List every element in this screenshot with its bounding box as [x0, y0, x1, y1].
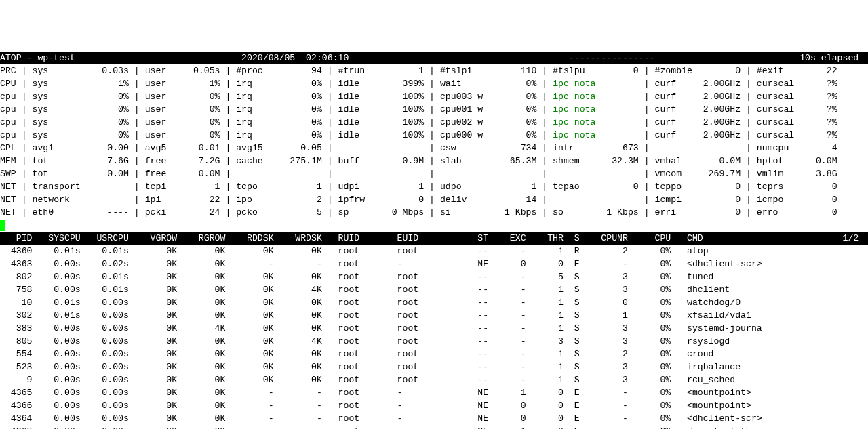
proc-row: 4368 0.00s 0.00s 0K 0K - - root - NE 1 0…	[0, 425, 868, 429]
cursor-line	[0, 219, 868, 232]
sys-row-CPU: CPU | sys 1% | user 1% | irq 0% | idle 3…	[0, 77, 868, 90]
proc-row: 4366 0.00s 0.00s 0K 0K - - root - NE 0 0…	[0, 399, 868, 412]
sys-row-SWP: SWP | tot 0.0M | free 0.0M | | | | | vmc…	[0, 167, 868, 180]
sys-row-NET: NET | transport | tcpi 1 | tcpo 1 | udpi…	[0, 180, 868, 193]
proc-row: 383 0.00s 0.00s 0K 4K 0K 0K root root --…	[0, 322, 868, 335]
proc-row: 302 0.01s 0.00s 0K 0K 0K 0K root root --…	[0, 309, 868, 322]
sys-row-PRC: PRC | sys 0.03s | user 0.05s | #proc 94 …	[0, 64, 868, 77]
cursor	[0, 220, 5, 231]
proc-header: PID SYSCPU USRCPU VGROW RGROW RDDSK WRDS…	[0, 232, 868, 245]
proc-row: 4360 0.01s 0.01s 0K 0K 0K 0K root root -…	[0, 245, 868, 258]
proc-row: 10 0.01s 0.00s 0K 0K 0K 0K root root -- …	[0, 296, 868, 309]
proc-row: 4363 0.00s 0.02s 0K 0K - - root - NE 0 0…	[0, 258, 868, 270]
sys-row-NET: NET | eth0 ---- | pcki 24 | pcko 5 | sp …	[0, 206, 868, 219]
proc-row: 805 0.00s 0.00s 0K 0K 0K 4K root root --…	[0, 335, 868, 348]
proc-row: 4365 0.00s 0.00s 0K 0K - - root - NE 1 0…	[0, 386, 868, 399]
proc-row: 9 0.00s 0.00s 0K 0K 0K 0K root root -- -…	[0, 373, 868, 386]
sys-row-cpu: cpu | sys 0% | user 0% | irq 0% | idle 1…	[0, 90, 868, 103]
proc-row: 4364 0.00s 0.00s 0K 0K - - root - NE 0 0…	[0, 412, 868, 425]
sys-row-MEM: MEM | tot 7.6G | free 7.2G | cache 275.1…	[0, 155, 868, 167]
proc-row: 802 0.00s 0.01s 0K 0K 0K 0K root root --…	[0, 270, 868, 283]
proc-row: 758 0.00s 0.01s 0K 0K 0K 4K root root --…	[0, 283, 868, 296]
proc-row: 554 0.00s 0.00s 0K 0K 0K 0K root root --…	[0, 348, 868, 361]
header-bar: ATOP - wp-test 2020/08/05 02:06:10 -----…	[0, 52, 868, 64]
sys-row-cpu: cpu | sys 0% | user 0% | irq 0% | idle 1…	[0, 129, 868, 142]
sys-row-cpu: cpu | sys 0% | user 0% | irq 0% | idle 1…	[0, 116, 868, 129]
atop-terminal: ATOP - wp-test 2020/08/05 02:06:10 -----…	[0, 52, 868, 429]
sys-row-NET: NET | network | ipi 22 | ipo 2 | ipfrw 0…	[0, 193, 868, 206]
proc-row: 523 0.00s 0.00s 0K 0K 0K 0K root root --…	[0, 361, 868, 373]
sys-row-CPL: CPL | avg1 0.00 | avg5 0.01 | avg15 0.05…	[0, 142, 868, 155]
sys-row-cpu: cpu | sys 0% | user 0% | irq 0% | idle 1…	[0, 103, 868, 116]
